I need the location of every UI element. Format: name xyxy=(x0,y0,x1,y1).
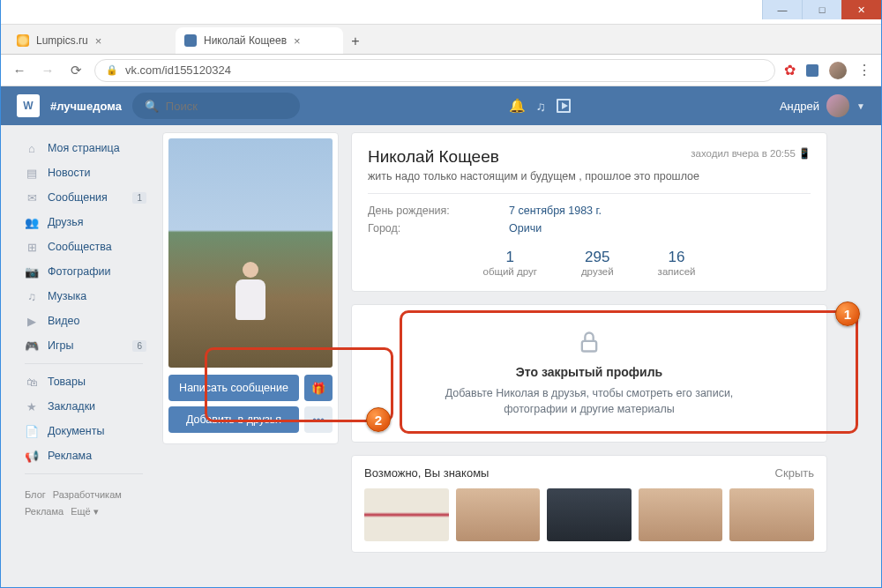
new-tab-button[interactable]: + xyxy=(343,29,368,54)
private-desc: Добавьте Николая в друзья, чтобы смотрет… xyxy=(422,386,757,417)
possible-friends-card: Возможно, Вы знакомы Скрыть xyxy=(351,455,827,553)
back-button[interactable]: ← xyxy=(10,63,29,78)
tab-close-icon[interactable]: × xyxy=(294,34,301,48)
sidebar-icon: ★ xyxy=(25,400,39,413)
sidebar-icon: 📢 xyxy=(25,450,39,463)
footer-links: БлогРазработчикам РекламаЕщё ▾ xyxy=(18,480,150,526)
sidebar-item[interactable]: ★Закладки xyxy=(18,394,150,419)
lock-icon xyxy=(577,330,602,354)
suggested-friend[interactable] xyxy=(729,488,814,541)
sidebar-icon: 📄 xyxy=(25,425,39,438)
sidebar-item[interactable]: 📷Фотографии xyxy=(18,259,150,284)
city-value[interactable]: Оричи xyxy=(509,222,542,234)
search-icon: 🔍 xyxy=(145,100,159,113)
video-icon[interactable] xyxy=(557,99,571,113)
minimize-button[interactable]: — xyxy=(762,0,802,19)
bday-value[interactable]: 7 сентября 1983 г. xyxy=(509,205,602,217)
vk-logo[interactable]: W xyxy=(17,94,40,117)
sidebar-icon: 👥 xyxy=(25,216,39,229)
tab-close-icon[interactable]: × xyxy=(95,34,102,48)
sidebar-icon: ♫ xyxy=(25,290,39,303)
tab-lumpics[interactable]: Lumpics.ru × xyxy=(8,27,176,54)
profile-name: Николай Кощеев xyxy=(368,147,499,167)
badge: 1 xyxy=(132,192,146,204)
sidebar-icon: 🛍 xyxy=(25,376,39,389)
suggested-friend[interactable] xyxy=(456,488,541,541)
badge: 6 xyxy=(132,340,146,352)
search-box[interactable]: 🔍 xyxy=(132,93,300,119)
footer-link[interactable]: Разработчикам xyxy=(53,489,122,500)
sidebar-item[interactable]: ▤Новости xyxy=(18,160,150,185)
notifications-icon[interactable]: 🔔 xyxy=(509,98,526,114)
reload-button[interactable]: ⟳ xyxy=(66,63,86,78)
sidebar-item[interactable]: 🎮Игры6 xyxy=(18,333,150,358)
last-seen: заходил вчера в 20:55 📱 xyxy=(691,147,811,160)
favicon-vk xyxy=(184,34,197,47)
add-friend-button[interactable]: Добавить в друзья xyxy=(168,406,299,433)
counter[interactable]: 295друзей xyxy=(581,249,614,277)
url-text: vk.com/id155120324 xyxy=(125,63,231,77)
sidebar-item[interactable]: ⌂Моя страница xyxy=(18,136,150,160)
address-bar[interactable]: 🔒 vk.com/id155120324 xyxy=(94,59,775,82)
favicon-lumpics xyxy=(17,34,29,47)
sidebar-label: Закладки xyxy=(48,400,95,413)
vk-header: W #лучшедома 🔍 🔔 ♫ Андрей ▼ xyxy=(1,86,881,125)
sidebar-item[interactable]: ⊞Сообщества xyxy=(18,234,150,259)
menu-button[interactable]: ⋮ xyxy=(857,62,872,78)
sidebar-icon: 🎮 xyxy=(25,339,39,353)
footer-link[interactable]: Реклама xyxy=(25,506,64,517)
forward-button[interactable]: → xyxy=(38,63,57,78)
header-user-menu[interactable]: Андрей ▼ xyxy=(780,94,865,117)
sidebar-item[interactable]: ✉Сообщения1 xyxy=(18,185,150,210)
city-label: Город: xyxy=(368,222,509,234)
header-username: Андрей xyxy=(780,100,819,113)
tab-label: Lumpics.ru xyxy=(36,34,88,47)
sidebar-label: Товары xyxy=(48,376,86,388)
footer-link[interactable]: Блог xyxy=(25,489,46,500)
sidebar-item[interactable]: 👥Друзья xyxy=(18,210,150,234)
suggested-friend[interactable] xyxy=(639,488,723,541)
sidebar-item[interactable]: ▶Видео xyxy=(18,309,150,333)
sidebar-label: Сообщества xyxy=(48,241,112,253)
sidebar-label: Друзья xyxy=(48,216,84,228)
header-hashtag[interactable]: #лучшедома xyxy=(50,100,122,113)
sidebar-item[interactable]: 🛍Товары xyxy=(18,369,150,394)
private-profile-card: Это закрытый профиль Добавьте Николая в … xyxy=(351,304,827,443)
sidebar-icon: ✉ xyxy=(25,191,39,205)
window-title-bar: — □ ✕ xyxy=(1,0,881,25)
close-button[interactable]: ✕ xyxy=(841,0,881,19)
browser-tab-strip: Lumpics.ru × Николай Кощеев × + xyxy=(1,25,881,55)
lock-icon: 🔒 xyxy=(106,64,118,76)
profile-status: жить надо только настоящим и будущем , п… xyxy=(368,170,811,182)
hide-link[interactable]: Скрыть xyxy=(775,466,814,480)
footer-link[interactable]: Ещё ▾ xyxy=(71,506,99,517)
possible-title: Возможно, Вы знакомы xyxy=(364,466,489,480)
suggested-friend[interactable] xyxy=(547,488,632,541)
profile-photo[interactable] xyxy=(168,138,333,368)
message-button[interactable]: Написать сообщение xyxy=(168,375,299,401)
suggested-friend[interactable] xyxy=(364,488,449,541)
sidebar-item[interactable]: 📢Реклама xyxy=(18,443,150,468)
annotation-marker-1: 1 xyxy=(835,301,860,326)
sidebar-item[interactable]: 📄Документы xyxy=(18,419,150,443)
extension-icon[interactable]: ✿ xyxy=(784,62,796,78)
counter[interactable]: 1общий друг xyxy=(482,249,536,277)
search-input[interactable] xyxy=(166,100,288,113)
maximize-button[interactable]: □ xyxy=(802,0,841,19)
more-actions-button[interactable]: ••• xyxy=(304,406,333,433)
gift-button[interactable]: 🎁 xyxy=(304,375,333,401)
sidebar-icon: 📷 xyxy=(25,265,39,279)
counter[interactable]: 16записей xyxy=(658,249,696,277)
sidebar-label: Музыка xyxy=(48,290,86,302)
profile-avatar[interactable] xyxy=(829,62,847,79)
tab-vk-profile[interactable]: Николай Кощеев × xyxy=(176,27,343,54)
sidebar-label: Игры xyxy=(48,339,73,352)
sidebar-icon: ▶ xyxy=(25,315,39,328)
sidebar-label: Реклама xyxy=(48,450,92,462)
music-icon[interactable]: ♫ xyxy=(536,99,546,114)
chevron-down-icon: ▼ xyxy=(856,101,865,111)
sidebar-icon: ▤ xyxy=(25,167,39,180)
annotation-marker-2: 2 xyxy=(366,407,391,432)
extension-icon[interactable] xyxy=(806,64,818,77)
sidebar-item[interactable]: ♫Музыка xyxy=(18,284,150,309)
